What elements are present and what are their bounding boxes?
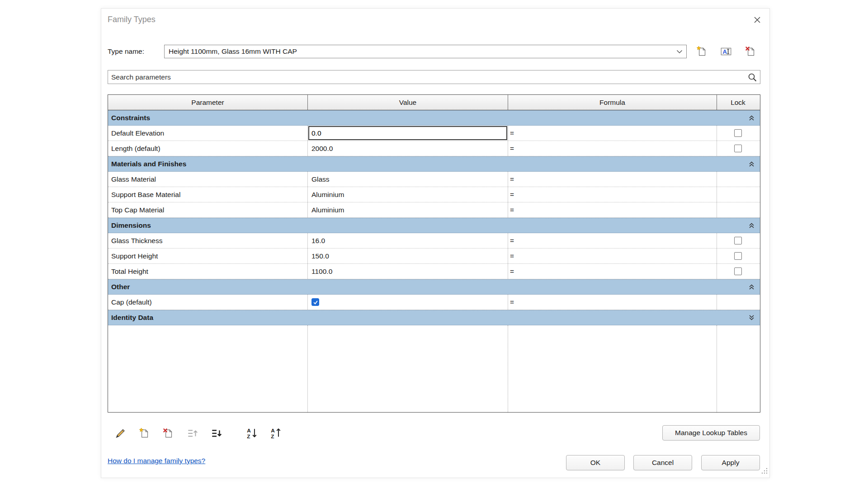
value-input-focused[interactable]	[308, 126, 507, 140]
parameters-table: Parameter Value Formula Lock Constraints…	[108, 94, 760, 413]
section-header-materials[interactable]: Materials and Finishes	[108, 156, 760, 172]
help-link[interactable]: How do I manage family types?	[108, 457, 205, 465]
lock-cell[interactable]	[717, 233, 759, 248]
value-cell[interactable]: Aluminium	[308, 187, 508, 202]
formula-equals: =	[510, 175, 514, 183]
lock-cell[interactable]	[717, 264, 759, 279]
lock-cell	[717, 187, 759, 202]
rename-type-button[interactable]: A	[718, 44, 734, 59]
formula-cell[interactable]: =	[508, 249, 717, 263]
delete-type-icon	[744, 45, 757, 58]
edit-parameters-button[interactable]	[111, 425, 129, 441]
param-cell: Support Base Material	[108, 187, 308, 202]
param-cell: Glass Thickness	[108, 233, 308, 248]
lock-checkbox[interactable]	[734, 145, 742, 152]
section-header-other[interactable]: Other	[108, 279, 760, 295]
delete-parameter-button[interactable]	[159, 425, 177, 441]
param-label: Length (default)	[111, 145, 160, 153]
param-label: Total Height	[111, 267, 148, 276]
value-cell[interactable]: Glass	[308, 172, 508, 187]
type-name-value: Height 1100mm, Glass 16mm WITH CAP	[165, 47, 673, 56]
table-row: Default Elevation =	[108, 126, 760, 141]
lock-checkbox[interactable]	[734, 267, 742, 275]
param-cell: Top Cap Material	[108, 202, 308, 217]
value-cell[interactable]: Aluminium	[308, 202, 508, 217]
sort-descending-button[interactable]: A Z	[267, 425, 285, 441]
delete-type-button[interactable]	[742, 44, 759, 59]
search-icon[interactable]	[745, 72, 760, 82]
value-cell[interactable]: 16.0	[308, 233, 508, 248]
lock-checkbox[interactable]	[734, 237, 742, 244]
param-cell: Cap (default)	[108, 295, 308, 310]
formula-equals: =	[510, 191, 514, 199]
resize-grip[interactable]	[761, 467, 768, 476]
new-parameter-icon	[138, 427, 151, 440]
collapse-chevron-up-icon	[749, 222, 760, 229]
value-checkbox-checked[interactable]	[311, 298, 319, 306]
lock-cell[interactable]	[717, 249, 759, 263]
value-cell[interactable]: 1100.0	[308, 264, 508, 279]
lock-checkbox[interactable]	[734, 252, 742, 260]
section-header-constraints[interactable]: Constraints	[108, 110, 760, 126]
move-parameter-up-button[interactable]	[184, 425, 202, 441]
ok-button[interactable]: OK	[566, 455, 625, 470]
formula-cell[interactable]: =	[508, 202, 717, 217]
type-name-label: Type name:	[108, 47, 144, 56]
section-label: Materials and Finishes	[108, 160, 749, 168]
move-parameter-down-icon	[210, 427, 223, 440]
formula-equals: =	[510, 252, 514, 260]
lock-checkbox[interactable]	[734, 129, 742, 137]
section-header-identity-data[interactable]: Identity Data	[108, 310, 760, 325]
family-types-dialog: Family Types Type name: Height 1100mm, G…	[101, 8, 770, 478]
formula-equals: =	[510, 145, 514, 153]
lock-cell[interactable]	[717, 126, 759, 141]
value-cell[interactable]: 150.0	[308, 249, 508, 263]
new-parameter-button[interactable]	[135, 425, 153, 441]
lock-cell	[717, 202, 759, 217]
formula-cell[interactable]: =	[508, 233, 717, 248]
formula-cell[interactable]: =	[508, 264, 717, 279]
chevron-down-icon	[676, 50, 683, 54]
combobox-dropdown-button[interactable]	[673, 45, 686, 58]
collapse-chevron-up-icon	[749, 161, 760, 167]
search-input[interactable]	[108, 70, 745, 84]
manage-lookup-tables-button[interactable]: Manage Lookup Tables	[662, 425, 760, 441]
search-parameters-box	[108, 70, 760, 84]
section-label: Constraints	[108, 114, 749, 122]
formula-equals: =	[510, 237, 514, 245]
apply-button[interactable]: Apply	[701, 455, 760, 470]
value-cell[interactable]	[308, 126, 508, 141]
value-text: 1100.0	[311, 267, 332, 276]
param-label: Top Cap Material	[111, 206, 164, 214]
value-text: Aluminium	[311, 206, 344, 214]
table-row: Support Base Material Aluminium =	[108, 187, 760, 202]
new-type-button[interactable]	[693, 44, 710, 59]
formula-cell[interactable]: =	[508, 141, 717, 156]
section-header-dimensions[interactable]: Dimensions	[108, 218, 760, 233]
lock-cell	[717, 172, 759, 187]
header-formula: Formula	[508, 95, 717, 110]
sort-ascending-button[interactable]: A Z	[243, 425, 261, 441]
close-button[interactable]	[750, 13, 764, 27]
value-cell[interactable]	[308, 295, 508, 310]
dialog-title: Family Types	[108, 15, 156, 24]
param-label: Support Height	[111, 252, 158, 260]
table-row: Glass Material Glass =	[108, 172, 760, 187]
value-cell[interactable]: 2000.0	[308, 141, 508, 156]
collapse-chevron-up-icon	[749, 284, 760, 290]
svg-text:Z: Z	[271, 433, 274, 440]
formula-cell[interactable]: =	[508, 187, 717, 202]
formula-cell[interactable]: =	[508, 295, 717, 310]
param-cell: Default Elevation	[108, 126, 308, 141]
formula-cell[interactable]: =	[508, 172, 717, 187]
close-icon	[753, 16, 761, 24]
formula-cell[interactable]: =	[508, 126, 717, 141]
type-name-combobox[interactable]: Height 1100mm, Glass 16mm WITH CAP	[164, 45, 687, 58]
value-text: 2000.0	[311, 145, 333, 153]
param-cell: Glass Material	[108, 172, 308, 187]
param-label: Support Base Material	[111, 191, 180, 199]
lock-cell[interactable]	[717, 141, 759, 156]
param-cell: Support Height	[108, 249, 308, 263]
move-parameter-down-button[interactable]	[208, 425, 226, 441]
cancel-button[interactable]: Cancel	[633, 455, 692, 470]
